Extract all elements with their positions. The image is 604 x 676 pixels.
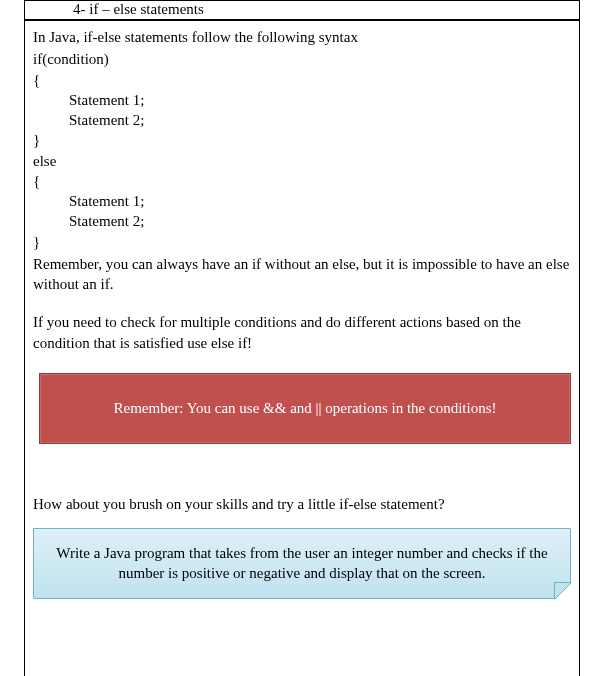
- intro-text: In Java, if-else statements follow the f…: [33, 27, 571, 47]
- code-line: Statement 2;: [33, 110, 571, 130]
- code-line: {: [33, 70, 571, 90]
- blue-callout: Write a Java program that takes from the…: [33, 528, 571, 599]
- code-line: Statement 1;: [33, 90, 571, 110]
- code-block: if(condition) { Statement 1; Statement 2…: [33, 49, 571, 252]
- exercise-prompt: How about you brush on your skills and t…: [33, 494, 571, 514]
- spacer: [33, 464, 571, 492]
- code-line: }: [33, 130, 571, 150]
- fold-corner-icon: [554, 582, 571, 599]
- blue-callout-text: Write a Java program that takes from the…: [56, 545, 547, 581]
- page-container: 4- if – else statements In Java, if-else…: [0, 0, 604, 676]
- code-line: if(condition): [33, 49, 571, 69]
- multiconditions-text: If you need to check for multiple condit…: [33, 312, 571, 353]
- red-callout: Remember: You can use && and || operatio…: [39, 373, 571, 444]
- code-line: Statement 2;: [33, 211, 571, 231]
- red-callout-text: Remember: You can use && and || operatio…: [113, 400, 496, 416]
- code-line: }: [33, 232, 571, 252]
- code-line: else: [33, 151, 571, 171]
- content-box: In Java, if-else statements follow the f…: [24, 20, 580, 676]
- section-heading-text: 4- if – else statements: [73, 1, 204, 17]
- remember-text: Remember, you can always have an if with…: [33, 254, 571, 295]
- code-line: Statement 1;: [33, 191, 571, 211]
- spacer: [33, 296, 571, 310]
- blue-callout-wrap: Write a Java program that takes from the…: [33, 528, 571, 599]
- section-heading: 4- if – else statements: [24, 0, 580, 20]
- code-line: {: [33, 171, 571, 191]
